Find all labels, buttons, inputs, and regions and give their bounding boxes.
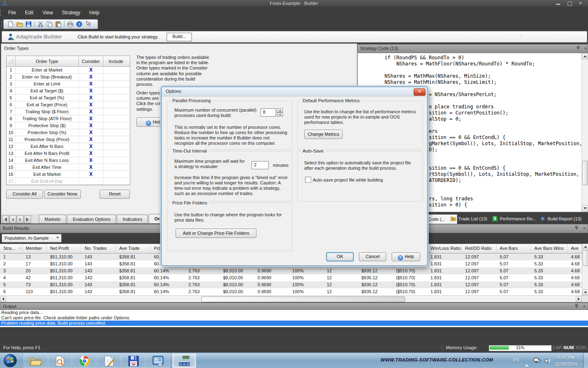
order-type-row[interactable]: 2Enter on Stop (Breakout)X	[7, 74, 130, 81]
row-selector-header[interactable]	[7, 56, 16, 66]
taskbar-button-explorer[interactable]	[24, 354, 47, 368]
language-indicator[interactable]: EN	[513, 357, 519, 362]
consider-cell[interactable]	[79, 178, 103, 184]
taskbar-button-start[interactable]	[3, 354, 17, 368]
results-column-header[interactable]: Ret/DD Ratio	[462, 244, 497, 253]
include-cell[interactable]	[103, 81, 129, 87]
volume-icon[interactable]	[543, 357, 551, 364]
consider-cell[interactable]: X	[79, 157, 103, 164]
output-line[interactable]: Problem reading price data. Build proces…	[0, 321, 588, 326]
consider-cell[interactable]: X	[79, 108, 103, 115]
menu-item-edit[interactable]: Edit	[20, 7, 38, 18]
tab-evaluation-options[interactable]: Evaluation Options	[67, 215, 116, 223]
consider-cell[interactable]: X	[79, 164, 103, 171]
network-icon[interactable]	[533, 357, 541, 364]
include-cell[interactable]	[103, 67, 129, 73]
pin-icon[interactable]	[575, 226, 580, 231]
consider-cell[interactable]: X	[79, 136, 103, 143]
include-cell[interactable]	[103, 74, 129, 80]
taskbar-button-display[interactable]	[146, 354, 170, 368]
consider-cell[interactable]: X	[79, 143, 103, 150]
include-cell[interactable]	[103, 129, 129, 136]
cancel-button[interactable]: Cancel	[359, 252, 386, 261]
pin-icon[interactable]	[575, 304, 580, 309]
code-scrollbar[interactable]	[581, 53, 588, 211]
print-icon[interactable]	[66, 20, 75, 28]
close-icon[interactable]: ×	[581, 304, 587, 309]
tab-trade-list-13-[interactable]: Trade List (13)	[450, 214, 491, 223]
column-header-order-type[interactable]: Order Type	[16, 56, 79, 66]
results-column-header[interactable]: No. Trades	[81, 244, 116, 253]
build-results-row[interactable]: 573$51,310.00143$358.8160.14%2.763$8,010…	[0, 281, 582, 288]
consider-cell[interactable]: X	[79, 74, 103, 80]
order-type-row[interactable]: 8Trailing Stop (ATR Floor)X	[7, 115, 130, 122]
tab-prev-button[interactable]	[9, 215, 16, 223]
tab-build-report-13-[interactable]: Build Report (13)	[540, 214, 587, 223]
scrollbar-thumb[interactable]	[583, 250, 588, 266]
consider-cell[interactable]: X	[79, 67, 103, 73]
output-line[interactable]: Can't open price file. Check available f…	[0, 315, 588, 321]
dialog-title-bar[interactable]: Options	[162, 87, 427, 96]
consider-cell[interactable]: X	[79, 81, 103, 87]
order-type-row[interactable]: 16Exit at MarketX	[7, 171, 130, 178]
include-cell[interactable]	[103, 157, 129, 164]
paste-icon[interactable]	[54, 20, 63, 28]
include-cell[interactable]	[103, 94, 129, 101]
include-cell[interactable]	[103, 115, 129, 122]
include-cell[interactable]	[103, 101, 129, 108]
consider-cell[interactable]: X	[79, 115, 103, 122]
cut-icon[interactable]	[36, 20, 45, 28]
copy-icon[interactable]	[45, 20, 54, 28]
hidden-icons-icon[interactable]	[525, 359, 528, 364]
scrollbar-thumb[interactable]	[201, 296, 405, 302]
save-icon[interactable]	[24, 20, 33, 28]
results-column-header[interactable]: Ave Bars Wins	[531, 244, 568, 253]
include-cell[interactable]	[103, 136, 129, 143]
tab-last-button[interactable]	[24, 215, 31, 223]
order-type-row[interactable]: 3Enter at LimitX	[7, 81, 130, 88]
menu-item-help[interactable]: Help	[85, 7, 104, 18]
results-hscrollbar[interactable]	[0, 295, 588, 302]
minimize-icon[interactable]	[556, 4, 560, 5]
order-type-row[interactable]: 1Enter at MarketX	[7, 67, 130, 74]
include-cell[interactable]	[103, 143, 129, 150]
results-column-header[interactable]: Member	[22, 244, 47, 253]
order-type-row[interactable]: 11Protective Stop (Price)X	[7, 136, 130, 143]
pin-icon[interactable]	[576, 46, 582, 51]
close-icon[interactable]: ×	[581, 226, 587, 231]
consider-none-button[interactable]: Consider None	[44, 190, 81, 199]
consider-cell[interactable]: X	[79, 171, 103, 177]
context-help-icon[interactable]: ?	[84, 20, 93, 28]
menu-item-file[interactable]: File	[4, 7, 20, 18]
order-type-row[interactable]: 5Exit at Target (%)X	[7, 94, 130, 101]
results-column-header[interactable]: Ave Bars	[497, 244, 531, 253]
menu-item-view[interactable]: View	[38, 7, 58, 18]
include-cell[interactable]	[103, 150, 129, 157]
order-type-row[interactable]: 7Trailing Stop ($ Floor)X	[7, 108, 130, 115]
taskbar-button-chrome[interactable]	[73, 354, 96, 368]
column-header-include[interactable]: Include	[103, 56, 129, 66]
output-line[interactable]: Reading price data...	[0, 310, 588, 315]
results-column-header[interactable]: Net Profit	[47, 244, 82, 253]
timeout-minutes-input[interactable]: 2	[252, 161, 269, 169]
taskbar-clock[interactable]: 6:47 PM11/26/2014	[551, 354, 581, 367]
results-view-dropdown[interactable]: Population, In-Sample	[2, 234, 62, 242]
order-type-row[interactable]: 6Exit at Target (Price)X	[7, 101, 130, 108]
new-icon[interactable]	[6, 20, 15, 28]
build-results-row[interactable]: 320$51,310.00143$358.8160.14%2.763$8,010…	[0, 267, 582, 274]
consider-cell[interactable]: X	[79, 88, 103, 94]
show-desktop-button[interactable]	[583, 353, 588, 368]
dialog-close-button[interactable]: ×	[414, 88, 425, 96]
consider-cell[interactable]: X	[79, 94, 103, 101]
order-types-table[interactable]: Order TypeConsiderInclude1Enter at Marke…	[6, 56, 130, 185]
consider-all-button[interactable]: Consider All	[6, 190, 43, 199]
scrollbar-thumb[interactable]	[582, 161, 588, 185]
order-type-row[interactable]: 4Exit at Target ($)X	[7, 88, 130, 94]
order-type-row[interactable]: 17Exit End-of-Day	[7, 178, 130, 185]
order-type-row[interactable]: 15Exit After TimeX	[7, 164, 130, 171]
ok-button[interactable]: OK	[326, 252, 354, 261]
order-type-row[interactable]: 12Exit After N BarsX	[7, 143, 130, 150]
results-column-header[interactable]: Stra...	[0, 244, 22, 253]
taskbar-button-builder[interactable]	[172, 354, 196, 368]
taskbar-button-floppy[interactable]: 64	[122, 354, 145, 368]
